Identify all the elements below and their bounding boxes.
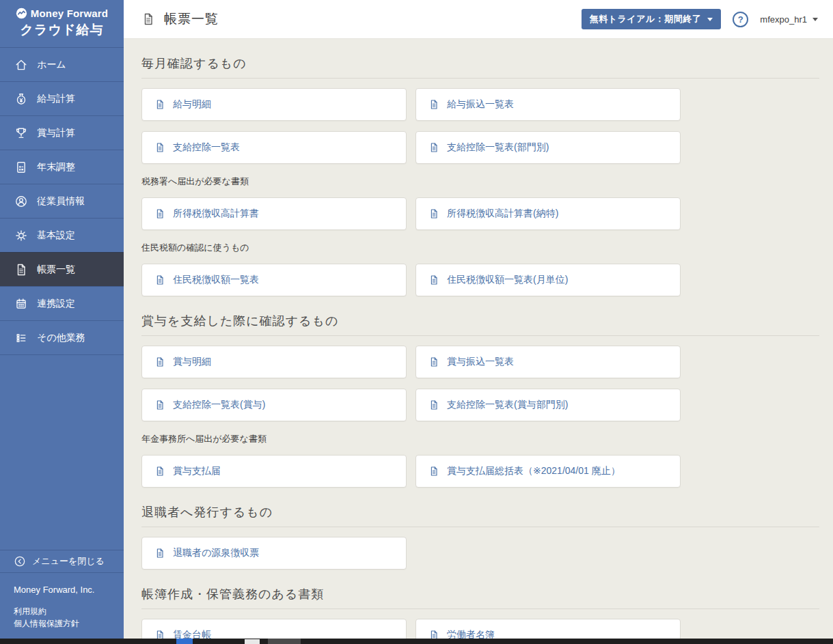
settings-icon	[14, 229, 28, 242]
report-link-label: 支給控除一覧表(賞与)	[173, 399, 265, 411]
sidebar-item-label: 帳票一覧	[37, 264, 75, 276]
taskbar-app-sliver	[268, 639, 301, 644]
product-name: クラウド給与	[4, 21, 120, 39]
document-icon	[154, 400, 165, 410]
home-icon	[14, 58, 28, 72]
os-taskbar	[0, 639, 833, 644]
sidebar-item-payroll[interactable]: 給与計算	[0, 81, 124, 115]
app-window: Money Forward クラウド給与 ホーム 給与計算 賞与計算 年末調整	[0, 0, 833, 644]
sidebar-item-label: 連携設定	[37, 298, 75, 310]
report-link-label: 賞与振込一覧表	[447, 356, 514, 368]
document-icon	[154, 548, 165, 559]
report-card[interactable]: 支給控除一覧表(賞与)	[141, 389, 407, 421]
taskbar-app-sliver	[245, 639, 260, 644]
report-card[interactable]: 支給控除一覧表(部門別)	[415, 131, 681, 164]
section-title: 毎月確認するもの	[141, 55, 819, 72]
question-mark-icon: ?	[738, 14, 743, 25]
report-list-icon	[14, 263, 28, 277]
sidebar-item-report-list[interactable]: 帳票一覧	[0, 252, 124, 286]
card-grid: 給与明細給与振込一覧表支給控除一覧表支給控除一覧表(部門別)	[141, 88, 681, 164]
report-link-label: 支給控除一覧表(賞与部門別)	[447, 399, 568, 411]
card-grid: 賞与支払届賞与支払届総括表（※2021/04/01 廃止）	[141, 455, 681, 488]
page-header: 帳票一覧 無料トライアル：期間終了 ? mfexpo_hr1	[124, 0, 833, 39]
report-card[interactable]: 所得税徴収高計算書	[141, 197, 407, 230]
brand-name: Money Forward	[31, 8, 108, 19]
report-link-label: 所得税徴収高計算書(納特)	[447, 208, 558, 220]
section-divider	[141, 527, 819, 527]
sidebar-spacer	[0, 355, 124, 550]
report-link-label: 賞与明細	[173, 356, 211, 368]
chevron-down-icon	[707, 18, 713, 21]
report-card[interactable]: 賞与明細	[141, 346, 407, 378]
username: mfexpo_hr1	[760, 14, 807, 25]
report-card[interactable]: 住民税徴収額一覧表(月単位)	[415, 264, 681, 296]
report-card[interactable]: 賞与支払届	[141, 455, 407, 488]
sidebar-item-label: その他業務	[37, 332, 85, 344]
report-card[interactable]: 所得税徴収高計算書(納特)	[415, 197, 681, 230]
document-icon	[428, 466, 439, 477]
sidebar-item-integration[interactable]: 連携設定	[0, 286, 124, 320]
report-link-label: 給与振込一覧表	[447, 98, 514, 111]
terms-link[interactable]: 利用規約	[14, 605, 117, 618]
card-grid: 退職者の源泉徴収票	[141, 537, 681, 570]
help-button[interactable]: ?	[733, 12, 748, 27]
report-card[interactable]: 賞与振込一覧表	[415, 346, 681, 378]
sidebar-item-label: 給与計算	[37, 93, 75, 105]
trial-status-button[interactable]: 無料トライアル：期間終了	[582, 9, 722, 29]
sidebar: Money Forward クラウド給与 ホーム 給与計算 賞与計算 年末調整	[0, 0, 124, 644]
section-title: 賞与を支給した際に確認するもの	[141, 313, 819, 329]
document-icon	[428, 400, 439, 410]
collapse-menu-label: メニューを閉じる	[32, 555, 105, 568]
sidebar-item-employee-info[interactable]: 従業員情報	[0, 184, 124, 218]
report-section: 賞与を支給した際に確認するもの賞与明細賞与振込一覧表支給控除一覧表(賞与)支給控…	[141, 313, 819, 488]
report-card[interactable]: 支給控除一覧表(賞与部門別)	[415, 389, 681, 421]
report-link-label: 賞与支払届	[173, 465, 221, 477]
employee-info-icon	[14, 195, 28, 208]
chevron-down-icon	[812, 18, 818, 21]
document-icon	[154, 142, 165, 153]
user-menu[interactable]: mfexpo_hr1	[760, 14, 821, 25]
report-card[interactable]: 支給控除一覧表	[141, 131, 407, 164]
document-icon	[154, 356, 165, 367]
other-tasks-icon	[14, 331, 28, 345]
integration-icon	[14, 297, 28, 311]
sidebar-item-home[interactable]: ホーム	[0, 47, 124, 81]
report-section: 毎月確認するもの給与明細給与振込一覧表支給控除一覧表支給控除一覧表(部門別)税務…	[141, 55, 819, 296]
card-grid: 住民税徴収額一覧表住民税徴収額一覧表(月単位)	[141, 264, 681, 296]
report-section: 退職者へ発行するもの退職者の源泉徴収票	[141, 504, 819, 570]
taskbar-app-sliver	[176, 639, 193, 644]
privacy-policy-link[interactable]: 個人情報保護方針	[14, 617, 117, 630]
report-link-label: 賞与支払届総括表（※2021/04/01 廃止）	[447, 465, 620, 477]
report-card[interactable]: 給与明細	[141, 88, 407, 121]
document-icon	[154, 466, 165, 477]
moneyforward-logo-icon	[16, 8, 27, 19]
report-card[interactable]: 賞与支払届総括表（※2021/04/01 廃止）	[415, 455, 681, 488]
document-icon	[428, 275, 439, 285]
sidebar-item-label: 基本設定	[37, 229, 75, 242]
report-card[interactable]: 住民税徴収額一覧表	[141, 264, 407, 296]
sidebar-item-settings[interactable]: 基本設定	[0, 218, 124, 252]
sidebar-nav: ホーム 給与計算 賞与計算 年末調整 従業員情報 基本設定	[0, 47, 124, 355]
report-list-content: 毎月確認するもの給与明細給与振込一覧表支給控除一覧表支給控除一覧表(部門別)税務…	[124, 39, 833, 644]
collapse-menu-button[interactable]: メニューを閉じる	[0, 550, 124, 573]
report-list-icon	[141, 12, 155, 26]
payroll-icon	[14, 92, 28, 106]
report-card[interactable]: 退職者の源泉徴収票	[141, 537, 407, 570]
document-icon	[154, 208, 165, 219]
report-link-label: 支給控除一覧表(部門別)	[447, 141, 549, 154]
sidebar-item-year-end-adjustment[interactable]: 年末調整	[0, 150, 124, 184]
section-title: 退職者へ発行するもの	[141, 504, 819, 520]
report-link-label: 住民税徴収額一覧表(月単位)	[447, 274, 568, 286]
sidebar-item-other-tasks[interactable]: その他業務	[0, 320, 124, 354]
group-label: 税務署へ届出が必要な書類	[141, 176, 819, 188]
document-icon	[428, 356, 439, 367]
trial-status-label: 無料トライアル：期間終了	[590, 13, 702, 25]
year-end-adjustment-icon	[14, 160, 28, 174]
sidebar-footer: Money Forward, Inc. 利用規約 個人情報保護方針	[0, 573, 124, 644]
document-icon	[154, 99, 165, 110]
sidebar-item-bonus[interactable]: 賞与計算	[0, 115, 124, 150]
section-divider	[141, 335, 819, 336]
report-link-label: 所得税徴収高計算書	[173, 208, 259, 220]
bonus-icon	[14, 126, 28, 140]
report-card[interactable]: 給与振込一覧表	[415, 88, 681, 121]
